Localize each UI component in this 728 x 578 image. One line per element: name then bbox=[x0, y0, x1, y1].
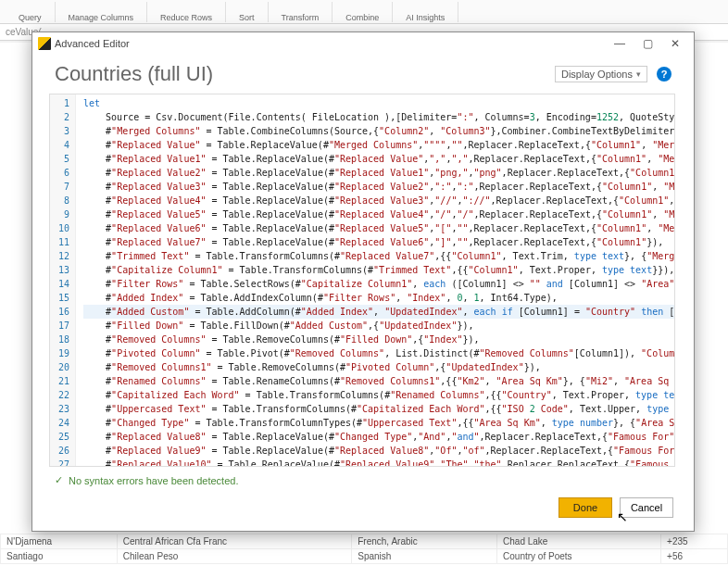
table-row: N'DjamenaCentral African Cfa FrancFrench… bbox=[1, 534, 728, 549]
code-editor[interactable]: 1234567891011121314151617181920212223242… bbox=[49, 94, 675, 467]
cancel-button[interactable]: Cancel bbox=[620, 497, 673, 518]
done-button[interactable]: Done bbox=[559, 497, 612, 518]
help-icon[interactable]: ? bbox=[657, 67, 672, 82]
ribbon-group-sort: Sort bbox=[239, 13, 255, 22]
minimize-button[interactable]: — bbox=[607, 34, 633, 53]
maximize-button[interactable]: ▢ bbox=[634, 34, 660, 53]
query-name: Countries (full UI) bbox=[55, 62, 213, 86]
ribbon-group-query: Query bbox=[19, 13, 42, 22]
app-icon bbox=[38, 37, 51, 50]
ribbon-group-reduce-rows: Reduce Rows bbox=[160, 13, 212, 22]
ribbon: Query Manage Columns Reduce Rows Sort Tr… bbox=[0, 0, 728, 24]
ribbon-group-combine: Combine bbox=[345, 13, 379, 22]
title-bar: Advanced Editor — ▢ ✕ bbox=[32, 32, 694, 55]
close-button[interactable]: ✕ bbox=[662, 34, 688, 53]
ribbon-group-transform: Transform bbox=[282, 13, 320, 22]
display-options-dropdown[interactable]: Display Options bbox=[555, 66, 647, 82]
table-row: SantiagoChilean PesoSpanishCountry of Po… bbox=[1, 549, 728, 564]
ribbon-group-manage-columns: Manage Columns bbox=[69, 13, 134, 22]
check-icon: ✓ bbox=[55, 474, 63, 486]
ribbon-group-ai: AI Insights bbox=[406, 13, 445, 22]
advanced-editor-dialog: Advanced Editor — ▢ ✕ Countries (full UI… bbox=[31, 31, 695, 532]
syntax-status: ✓ No syntax errors have been detected. bbox=[32, 471, 694, 490]
status-text: No syntax errors have been detected. bbox=[69, 475, 238, 486]
dialog-title: Advanced Editor bbox=[55, 38, 130, 49]
